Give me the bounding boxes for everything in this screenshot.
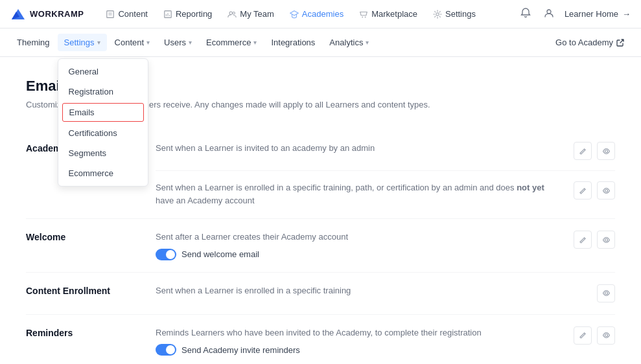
email-row-reminder1: Reminds Learners who have been invited t…	[156, 326, 615, 365]
preview-button-2[interactable]	[597, 181, 615, 199]
edit-button[interactable]	[574, 142, 592, 160]
edit-reminder1-button[interactable]	[574, 326, 592, 345]
nav-content[interactable]: Content	[99, 5, 154, 23]
preview-icon	[602, 289, 611, 297]
email-row-2: Sent when a Learner is enrolled in a spe…	[156, 171, 615, 207]
svg-point-20	[605, 334, 607, 337]
nav-marketplace[interactable]: Marketplace	[353, 5, 424, 23]
send-academy-reminders-toggle[interactable]	[156, 344, 176, 356]
chevron-down-icon: ▾	[97, 39, 100, 46]
svg-point-10	[233, 12, 235, 14]
secnav-content[interactable]: Content ▾	[108, 34, 157, 51]
external-link-icon	[616, 39, 624, 47]
nav-academies[interactable]: Academies	[283, 5, 350, 23]
secnav-integrations[interactable]: Integrations	[264, 34, 321, 51]
myteam-icon	[227, 10, 237, 19]
content-icon	[106, 10, 115, 19]
email-row-enrollment: Sent when a Learner is enrolled in a spe…	[156, 284, 615, 302]
svg-point-12	[362, 16, 364, 17]
chevron-down-icon: ▾	[253, 39, 257, 46]
secnav-ecommerce[interactable]: Ecommerce ▾	[200, 34, 263, 51]
top-nav: WORKRAMP Content Reporting My Team Acade…	[0, 0, 641, 28]
preview-icon	[602, 147, 611, 155]
second-nav-right: Go to Academy	[549, 34, 631, 51]
email-row-actions	[574, 142, 615, 160]
nav-reporting[interactable]: Reporting	[157, 5, 218, 23]
secnav-theming[interactable]: Theming	[10, 34, 56, 51]
chevron-down-icon: ▾	[146, 39, 150, 46]
svg-point-19	[605, 292, 607, 295]
notifications-button[interactable]	[518, 5, 533, 23]
preview-icon	[602, 331, 611, 339]
second-nav-items: Theming Settings ▾ General Registration …	[10, 34, 549, 51]
send-academy-reminders-toggle-row: Send Academy invite reminders	[156, 344, 563, 356]
nav-settings[interactable]: Settings	[426, 5, 482, 23]
second-nav: Theming Settings ▾ General Registration …	[0, 28, 641, 57]
secnav-users[interactable]: Users ▾	[157, 34, 198, 51]
svg-point-13	[365, 16, 366, 17]
content-enrollment-rows: Sent when a Learner is enrolled in a spe…	[156, 284, 615, 302]
toggle-thumb	[166, 345, 175, 354]
send-welcome-toggle[interactable]	[156, 249, 176, 260]
dropdown-certifications[interactable]: Certifications	[58, 123, 148, 143]
edit-icon	[579, 187, 587, 195]
edit-icon	[579, 331, 587, 339]
edit-button-2[interactable]	[574, 181, 592, 199]
dropdown-general[interactable]: General	[58, 62, 148, 82]
dropdown-emails[interactable]: Emails	[62, 103, 144, 122]
reminder1-actions	[574, 326, 615, 345]
secnav-settings[interactable]: Settings ▾	[58, 34, 107, 51]
account-button[interactable]	[541, 5, 557, 23]
svg-point-15	[547, 10, 551, 14]
preview-button[interactable]	[597, 142, 615, 160]
svg-point-9	[229, 12, 232, 14]
reminder1-content: Reminds Learners who have been invited t…	[156, 326, 563, 356]
email-row-content: Sent when a Learner is invited to an aca…	[156, 142, 563, 155]
svg-marker-11	[290, 10, 298, 15]
toggle-thumb	[166, 250, 175, 259]
settings-icon	[433, 10, 442, 19]
account-icon	[544, 8, 554, 18]
secnav-settings-wrapper: Settings ▾ General Registration Emails C…	[58, 34, 107, 51]
svg-point-17	[605, 189, 607, 192]
svg-point-14	[436, 12, 439, 15]
bell-icon	[520, 8, 531, 18]
logo-icon	[10, 6, 26, 22]
top-nav-items: Content Reporting My Team Academies Mark…	[99, 5, 517, 23]
email-row-actions-2	[574, 181, 615, 199]
svg-point-18	[605, 238, 607, 241]
preview-icon	[602, 187, 611, 195]
preview-icon	[602, 236, 611, 244]
chevron-down-icon: ▾	[189, 39, 192, 46]
preview-welcome-button[interactable]	[597, 231, 615, 249]
academies-icon	[290, 10, 299, 19]
go-to-academy-button[interactable]: Go to Academy	[549, 34, 631, 51]
dropdown-registration[interactable]: Registration	[58, 82, 148, 102]
reminders-label: Reminders	[26, 326, 156, 338]
welcome-content: Sent after a Learner creates their Acade…	[156, 231, 563, 260]
email-row-welcome: Sent after a Learner creates their Acade…	[156, 231, 615, 260]
svg-point-16	[605, 150, 607, 152]
edit-welcome-button[interactable]	[574, 231, 592, 249]
welcome-actions	[574, 231, 615, 249]
welcome-rows: Sent after a Learner creates their Acade…	[156, 231, 615, 260]
dropdown-segments[interactable]: Segments	[58, 143, 148, 163]
logo-text: WORKRAMP	[30, 9, 84, 19]
edit-icon	[579, 236, 587, 244]
content-enrollment-section: Content Enrollment Sent when a Learner i…	[26, 273, 615, 315]
chevron-down-icon: ▾	[366, 39, 369, 46]
arrow-right-icon: →	[622, 9, 631, 19]
welcome-label: Welcome	[26, 231, 156, 242]
content-enrollment-label: Content Enrollment	[26, 284, 156, 296]
learner-home-button[interactable]: Learner Home →	[565, 9, 631, 19]
academy-invite-rows: Sent when a Learner is invited to an aca…	[156, 142, 615, 207]
logo[interactable]: WORKRAMP	[10, 6, 84, 22]
top-nav-right: Learner Home →	[518, 5, 631, 23]
send-welcome-toggle-row: Send welcome email	[156, 249, 563, 260]
dropdown-ecommerce[interactable]: Ecommerce	[58, 163, 148, 183]
nav-myteam[interactable]: My Team	[221, 5, 281, 23]
preview-reminder1-button[interactable]	[597, 326, 615, 345]
secnav-analytics[interactable]: Analytics ▾	[323, 34, 375, 51]
preview-enrollment-button[interactable]	[597, 284, 615, 302]
enrollment-actions	[597, 284, 615, 302]
